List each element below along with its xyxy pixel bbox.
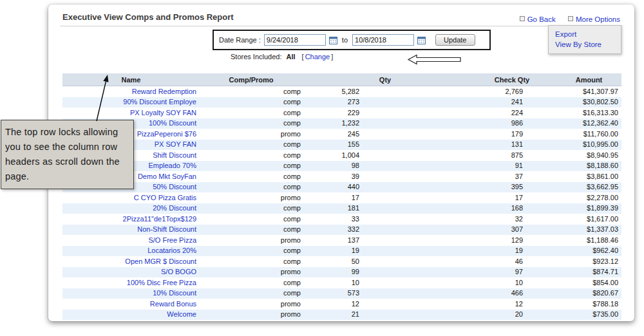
row-check-qty: 37 — [468, 171, 556, 182]
row-qty: 10 — [303, 277, 468, 288]
row-name-link[interactable]: C CYO Pizza Gratis — [134, 194, 196, 201]
menu-item-view-by-store[interactable]: View By Store — [549, 39, 621, 50]
col-header-name: Name — [62, 73, 200, 86]
row-amount: $1,899.39 — [556, 203, 621, 214]
row-comp-promo: promo — [200, 129, 303, 140]
row-qty: 155 — [303, 140, 468, 151]
row-amount: $1,617.00 — [556, 214, 621, 225]
row-qty: 1,004 — [303, 150, 468, 161]
name-cell: Non-Shift Discount — [62, 225, 200, 236]
name-cell: 90% Discount Employe — [62, 97, 200, 108]
menu-item-export[interactable]: Export — [549, 29, 621, 39]
change-link[interactable]: Change — [305, 53, 330, 61]
row-amount: $854.00 — [556, 277, 621, 288]
table-row: 100% Discountcomp1,232986$12,362.40 — [62, 118, 621, 129]
row-name-link[interactable]: Reward Bonus — [150, 300, 196, 308]
row-check-qty: 46 — [468, 256, 556, 267]
col-header-amount: Amount — [556, 73, 621, 86]
row-comp-promo: comp — [200, 171, 303, 182]
row-name-link[interactable]: Locatarios 20% — [147, 247, 196, 254]
row-check-qty: 10 — [468, 277, 556, 288]
end-date-input[interactable] — [352, 34, 414, 46]
row-name-link[interactable]: S/O BOGO — [161, 268, 196, 275]
row-name-link[interactable]: PX SOY FAN — [155, 140, 196, 148]
row-name-link[interactable]: S/O Free Pizza — [148, 236, 196, 244]
row-name-link[interactable]: 100% Discount — [149, 119, 196, 127]
row-qty: 50 — [303, 256, 468, 267]
row-amount: $820.67 — [556, 288, 621, 299]
row-name-link[interactable]: PX Loyalty SOY FAN — [130, 109, 196, 117]
row-qty: 33 — [303, 214, 468, 225]
to-label: to — [342, 36, 348, 44]
row-amount: $735.00 — [556, 310, 621, 321]
row-name-link[interactable]: Open MGR $ Discount — [125, 257, 196, 265]
name-cell: C CYO Pizza Gratis — [62, 192, 200, 203]
row-comp-promo: comp — [200, 140, 303, 151]
row-comp-promo: comp — [200, 161, 303, 172]
bracket-close: ] — [331, 53, 333, 61]
table-row: 100% Disc Free Pizzacomp1010$854.00 — [62, 277, 621, 288]
row-check-qty: 395 — [468, 182, 556, 193]
table-row: 20% Discountcomp181168$1,899.39 — [62, 203, 621, 214]
row-comp-promo: comp — [200, 288, 303, 299]
row-name-link[interactable]: 10% Discount — [153, 289, 196, 297]
col-header-check-qty: Check Qty — [468, 73, 556, 86]
row-name-link[interactable]: 50% Discount — [153, 183, 196, 191]
calendar-icon[interactable] — [417, 36, 426, 44]
row-name-link[interactable]: Non-Shift Discount — [137, 225, 196, 233]
row-name-link[interactable]: 2Pizza11"de1Topx$129 — [123, 215, 196, 223]
row-amount: $1,188.46 — [556, 235, 621, 246]
row-name-link[interactable]: Demo Mkt SoyFan — [138, 173, 196, 180]
start-date-input[interactable] — [264, 34, 326, 46]
row-qty: 181 — [303, 203, 468, 214]
col-header-comp-promo: Comp/Promo — [200, 73, 303, 86]
annotation-callout: The top row locks allowing you to see th… — [1, 120, 134, 189]
top-nav: Go Back More Options — [509, 15, 620, 23]
row-qty: 245 — [303, 129, 468, 140]
report-table: Name Comp/Promo Qty Check Qty Amount Rew… — [62, 73, 621, 320]
row-name-link[interactable]: Shift Discount — [153, 151, 196, 159]
row-check-qty: 12 — [468, 299, 556, 310]
table-row: C CYO Pizza Gratispromo1717$2,278.00 — [62, 192, 621, 203]
table-row: PX SOY FANcomp155131$10,995.00 — [62, 140, 621, 151]
row-amount: $30,802.50 — [556, 97, 621, 108]
row-name-link[interactable]: 100% Disc Free Pizza — [127, 279, 196, 286]
row-qty: 273 — [303, 97, 468, 108]
row-comp-promo: promo — [200, 192, 303, 203]
row-name-link[interactable]: Welcome — [167, 310, 196, 318]
stores-value: All — [287, 53, 296, 61]
row-name-link[interactable]: 20% Discount — [153, 204, 196, 212]
row-name-link[interactable]: 90% Discount Employe — [123, 98, 196, 106]
row-check-qty: 20 — [468, 310, 556, 321]
row-name-link[interactable]: PizzaPeperoni $76 — [137, 130, 196, 138]
row-name-link[interactable]: Empleado 70% — [148, 162, 196, 169]
row-comp-promo: comp — [200, 225, 303, 236]
row-comp-promo: comp — [200, 246, 303, 257]
row-comp-promo: comp — [200, 118, 303, 129]
name-cell: Reward Redemption — [62, 86, 200, 97]
table-row: 50% Discountcomp440395$3,662.95 — [62, 182, 621, 193]
name-cell: Welcome — [62, 310, 200, 321]
go-back-link[interactable]: Go Back — [520, 15, 556, 23]
name-cell: PX Loyalty SOY FAN — [62, 107, 200, 118]
row-amount: $10,995.00 — [556, 140, 621, 151]
more-options-menu: Export View By Store — [548, 25, 621, 54]
update-button[interactable]: Update — [435, 34, 475, 46]
page-title: Executive View Comps and Promos Report — [62, 12, 234, 22]
more-options-label: More Options — [576, 15, 620, 23]
stores-pointer-arrow-icon — [406, 54, 463, 65]
row-comp-promo: promo — [200, 267, 303, 278]
row-name-link[interactable]: Reward Redemption — [132, 88, 196, 95]
table-row: Reward Bonuspromo1212$788.18 — [62, 299, 621, 310]
row-qty: 39 — [303, 171, 468, 182]
table-row: S/O Free Pizzapromo137129$1,188.46 — [62, 235, 621, 246]
name-cell: Reward Bonus — [62, 299, 200, 310]
title-divider — [60, 26, 623, 26]
row-comp-promo: comp — [200, 150, 303, 161]
row-comp-promo: promo — [200, 310, 303, 321]
name-cell: Open MGR $ Discount — [62, 256, 200, 267]
calendar-icon[interactable] — [329, 36, 337, 44]
row-amount: $788.18 — [556, 299, 621, 310]
row-check-qty: 875 — [468, 150, 556, 161]
more-options-link[interactable]: More Options — [568, 15, 620, 23]
